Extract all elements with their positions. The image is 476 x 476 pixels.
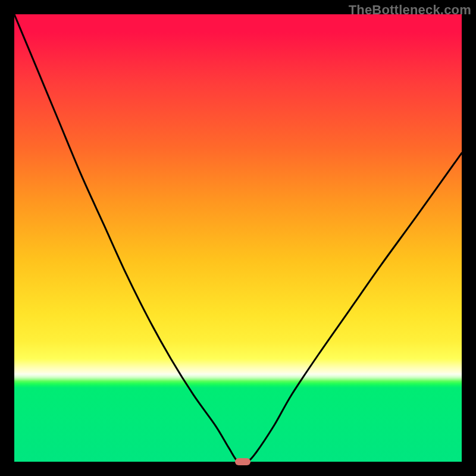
watermark-text: TheBottleneck.com bbox=[349, 2, 471, 18]
plot-area bbox=[14, 14, 462, 462]
chart-frame: TheBottleneck.com bbox=[0, 0, 476, 476]
bottleneck-curve bbox=[14, 14, 462, 462]
minimum-marker bbox=[235, 458, 250, 465]
